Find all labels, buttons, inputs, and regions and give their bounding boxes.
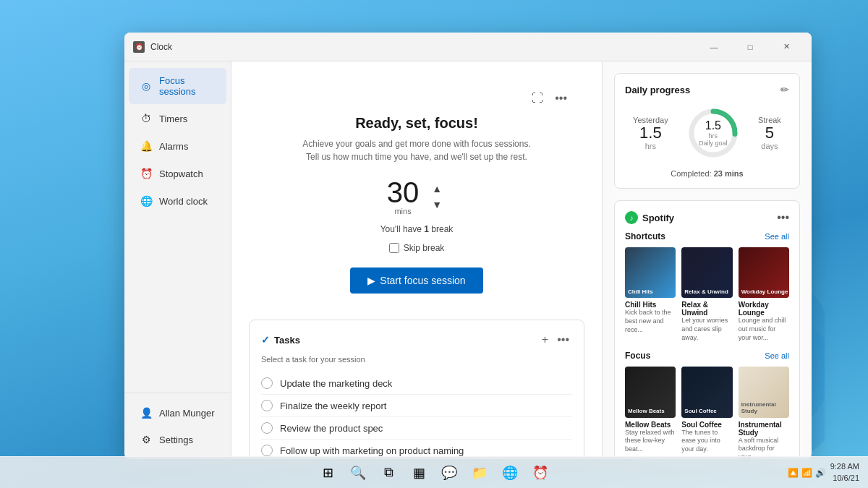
spotify-card: ♪ Spotify ••• Shortcuts See all Chill Hi…: [614, 200, 800, 459]
add-task-button[interactable]: +: [539, 332, 551, 348]
sidebar-item-settings[interactable]: ⚙ Settings: [129, 427, 226, 453]
taskbar-date-value: 10/6/21: [830, 473, 859, 484]
taskbar-widgets-button[interactable]: ▦: [406, 460, 432, 486]
daily-progress-card: Daily progress ✏ Yesterday 1.5 hrs: [614, 73, 800, 189]
task-item[interactable]: Update the marketing deck: [261, 372, 572, 395]
task-item[interactable]: Finalize the weekly report: [261, 395, 572, 417]
task-text-1: Update the marketing deck: [280, 378, 392, 389]
system-tray-chevron[interactable]: 🔼: [788, 468, 799, 478]
sidebar-item-stopwatch[interactable]: ⏰ Stopwatch: [129, 160, 226, 187]
world-clock-icon: 🌐: [140, 195, 152, 207]
task-radio-2[interactable]: [261, 400, 273, 411]
main-panel: ⛶ ••• Ready, set, focus! Achieve your go…: [231, 61, 602, 459]
yesterday-unit: hrs: [633, 142, 668, 150]
sidebar-item-focus-sessions[interactable]: ◎ Focus sessions: [129, 68, 226, 104]
soul-coffee-desc: The tunes to ease you into your day.: [681, 429, 732, 454]
workday-lounge-desc: Lounge and chill out music for your wor.…: [739, 317, 789, 342]
sidebar-item-timers[interactable]: ⏱ Timers: [129, 106, 226, 132]
tasks-more-button[interactable]: •••: [554, 332, 572, 348]
task-radio-3[interactable]: [261, 422, 273, 434]
soul-coffee-thumb: Soul Coffee: [681, 367, 732, 417]
focus-title: Ready, set, focus!: [263, 115, 570, 132]
fullscreen-button[interactable]: ⛶: [529, 90, 546, 106]
sidebar-item-alarms[interactable]: 🔔 Alarms: [129, 133, 226, 159]
tasks-actions: + •••: [539, 332, 572, 348]
volume-icon: 🔊: [815, 468, 826, 478]
spinner-controls: ▲ ▼: [427, 181, 446, 212]
taskbar-teams-button[interactable]: 💬: [436, 460, 462, 486]
taskbar-start-button[interactable]: ⊞: [315, 460, 341, 486]
sidebar-label-stopwatch: Stopwatch: [159, 168, 203, 179]
tasks-subtitle: Select a task for your session: [261, 355, 572, 364]
skip-break-label: Skip break: [404, 243, 445, 253]
daily-progress-header: Daily progress ✏: [625, 84, 789, 95]
task-radio-4[interactable]: [261, 445, 273, 456]
task-item[interactable]: Review the product spec: [261, 417, 572, 440]
sidebar-label-timers: Timers: [159, 114, 187, 124]
sidebar-item-world-clock[interactable]: 🌐 World clock: [129, 188, 226, 214]
taskbar-explorer-button[interactable]: 📁: [467, 460, 493, 486]
timers-icon: ⏱: [140, 113, 152, 124]
playlist-instrumental-study[interactable]: Instrumental Study Instrumental Study A …: [739, 367, 789, 459]
taskbar-clock[interactable]: 9:28 AM 10/6/21: [830, 461, 859, 484]
taskbar-taskview-button[interactable]: ⧉: [375, 460, 401, 486]
yesterday-value: 1.5: [633, 124, 668, 142]
sidebar-label-focus: Focus sessions: [159, 75, 215, 97]
task-text-3: Review the product spec: [280, 423, 383, 434]
chill-hits-name: Chill Hits: [625, 301, 676, 309]
window-title: Clock: [150, 42, 697, 52]
break-info: You'll have 1 break: [263, 224, 570, 234]
taskbar-edge-button[interactable]: 🌐: [497, 460, 523, 486]
spotify-title: Spotify: [642, 213, 674, 223]
sidebar-bottom: 👤 Allan Munger ⚙ Settings: [124, 393, 231, 453]
increment-button[interactable]: ▲: [427, 181, 446, 196]
playlist-chill-hits[interactable]: Chill Hits Chill Hits Kick back to the b…: [625, 247, 676, 342]
skip-break-checkbox[interactable]: [389, 243, 399, 253]
tasks-title: ✓ Tasks: [261, 334, 539, 346]
maximize-button[interactable]: □: [733, 36, 767, 58]
see-all-focus[interactable]: See all: [765, 351, 789, 360]
playlist-relax-unwind[interactable]: Relax & Unwind Relax & Unwind Let your w…: [681, 247, 732, 342]
playlist-soul-coffee[interactable]: Soul Coffee Soul Coffee The tunes to eas…: [681, 367, 732, 459]
skip-break-row: Skip break: [263, 243, 570, 253]
instrumental-study-thumb: Instrumental Study: [739, 367, 789, 417]
soul-coffee-thumb-text: Soul Coffee: [684, 408, 716, 415]
decrement-button[interactable]: ▼: [427, 197, 446, 212]
taskbar-search-button[interactable]: 🔍: [345, 460, 371, 486]
mellow-beats-desc: Stay relaxed with these low-key beat...: [625, 429, 676, 454]
spotify-header: ♪ Spotify •••: [625, 211, 789, 224]
minimize-button[interactable]: —: [697, 36, 731, 58]
chill-hits-thumb: Chill Hits: [625, 247, 676, 298]
taskbar-clock-button[interactable]: ⏰: [527, 460, 553, 486]
user-icon: 👤: [140, 407, 152, 419]
more-options-button[interactable]: •••: [552, 90, 570, 106]
sidebar: ◎ Focus sessions ⏱ Timers 🔔 Alarms ⏰ Sto…: [124, 61, 231, 459]
taskbar-right: 🔼 📶 🔊 9:28 AM 10/6/21: [788, 461, 859, 484]
playlist-mellow-beats[interactable]: Mellow Beats Mellow Beats Stay relaxed w…: [625, 367, 676, 459]
play-icon: ▶: [367, 275, 375, 286]
task-radio-1[interactable]: [261, 377, 273, 389]
daily-progress-title: Daily progress: [625, 85, 690, 95]
task-text-4: Follow up with marketing on product nami…: [280, 445, 464, 456]
spotify-more-button[interactable]: •••: [777, 211, 789, 224]
focus-sessions-icon: ◎: [140, 80, 152, 92]
settings-icon: ⚙: [140, 434, 152, 445]
sidebar-item-user[interactable]: 👤 Allan Munger: [129, 400, 226, 426]
relax-unwind-thumb: Relax & Unwind: [681, 247, 732, 298]
see-all-shortcuts[interactable]: See all: [765, 232, 789, 241]
focus-music-title: Focus: [625, 351, 650, 361]
app-content: ◎ Focus sessions ⏱ Timers 🔔 Alarms ⏰ Sto…: [124, 61, 812, 459]
instrumental-study-thumb-text: Instrumental Study: [741, 401, 789, 415]
completed-text: Completed: 23 mins: [625, 169, 789, 178]
tasks-check-icon: ✓: [261, 334, 270, 346]
focus-grid: Mellow Beats Mellow Beats Stay relaxed w…: [625, 367, 789, 459]
playlist-workday-lounge[interactable]: Workday Lounge Workday Lounge Lounge and…: [739, 247, 789, 342]
tasks-header: ✓ Tasks + •••: [261, 332, 572, 348]
streak-value: 5: [758, 124, 781, 142]
close-button[interactable]: ✕: [770, 36, 803, 58]
circle-unit: hrs: [709, 132, 718, 140]
start-focus-button[interactable]: ▶ Start focus session: [350, 267, 482, 294]
edit-icon[interactable]: ✏: [780, 84, 789, 95]
instrumental-study-name: Instrumental Study: [739, 421, 789, 437]
workday-lounge-thumb-text: Workday Lounge: [741, 288, 788, 296]
